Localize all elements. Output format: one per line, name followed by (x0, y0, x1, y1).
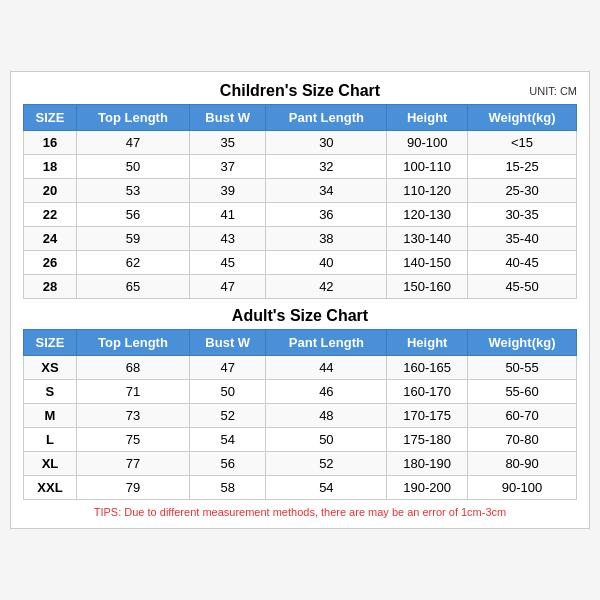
unit-label: UNIT: CM (529, 85, 577, 97)
table-row: M735248170-17560-70 (24, 404, 577, 428)
table-cell: 75 (76, 428, 189, 452)
table-cell: 160-170 (387, 380, 468, 404)
table-cell: 55-60 (468, 380, 577, 404)
table-cell: 26 (24, 251, 77, 275)
table-cell: 65 (76, 275, 189, 299)
table-cell: 54 (266, 476, 387, 500)
table-cell: 54 (190, 428, 266, 452)
table-cell: 46 (266, 380, 387, 404)
table-row: 18503732100-11015-25 (24, 155, 577, 179)
table-cell: L (24, 428, 77, 452)
tips-text: TIPS: Due to different measurement metho… (23, 506, 577, 518)
table-row: S715046160-17055-60 (24, 380, 577, 404)
table-cell: 190-200 (387, 476, 468, 500)
table-cell: 34 (266, 179, 387, 203)
table-row: L755450175-18070-80 (24, 428, 577, 452)
table-cell: 50-55 (468, 356, 577, 380)
table-cell: 80-90 (468, 452, 577, 476)
children-col-pantlength: Pant Length (266, 105, 387, 131)
table-cell: 53 (76, 179, 189, 203)
table-cell: 42 (266, 275, 387, 299)
table-cell: 62 (76, 251, 189, 275)
table-row: XS684744160-16550-55 (24, 356, 577, 380)
table-cell: M (24, 404, 77, 428)
adult-header-row: SIZE Top Length Bust W Pant Length Heigh… (24, 330, 577, 356)
table-cell: 36 (266, 203, 387, 227)
table-cell: S (24, 380, 77, 404)
table-cell: 68 (76, 356, 189, 380)
adult-col-size: SIZE (24, 330, 77, 356)
table-cell: 110-120 (387, 179, 468, 203)
table-cell: <15 (468, 131, 577, 155)
table-cell: 180-190 (387, 452, 468, 476)
table-row: 28654742150-16045-50 (24, 275, 577, 299)
adult-col-toplength: Top Length (76, 330, 189, 356)
table-cell: 52 (190, 404, 266, 428)
table-cell: 45 (190, 251, 266, 275)
table-cell: 20 (24, 179, 77, 203)
table-row: 22564136120-13030-35 (24, 203, 577, 227)
table-cell: 47 (76, 131, 189, 155)
table-cell: 38 (266, 227, 387, 251)
table-cell: 90-100 (468, 476, 577, 500)
table-cell: 79 (76, 476, 189, 500)
table-row: 24594338130-14035-40 (24, 227, 577, 251)
table-cell: 22 (24, 203, 77, 227)
table-cell: 90-100 (387, 131, 468, 155)
table-cell: 39 (190, 179, 266, 203)
table-cell: 24 (24, 227, 77, 251)
table-cell: 37 (190, 155, 266, 179)
table-cell: 40-45 (468, 251, 577, 275)
table-cell: 170-175 (387, 404, 468, 428)
adult-col-bustw: Bust W (190, 330, 266, 356)
children-title-row: Children's Size Chart UNIT: CM (23, 82, 577, 100)
table-cell: 16 (24, 131, 77, 155)
table-cell: 44 (266, 356, 387, 380)
adult-table: SIZE Top Length Bust W Pant Length Heigh… (23, 329, 577, 500)
table-cell: XS (24, 356, 77, 380)
table-row: 1647353090-100<15 (24, 131, 577, 155)
children-col-toplength: Top Length (76, 105, 189, 131)
table-cell: 70-80 (468, 428, 577, 452)
table-cell: 35 (190, 131, 266, 155)
table-cell: XXL (24, 476, 77, 500)
table-cell: 43 (190, 227, 266, 251)
table-cell: 32 (266, 155, 387, 179)
table-cell: 56 (76, 203, 189, 227)
table-cell: 56 (190, 452, 266, 476)
table-cell: 30 (266, 131, 387, 155)
children-col-height: Height (387, 105, 468, 131)
table-cell: 140-150 (387, 251, 468, 275)
table-cell: 52 (266, 452, 387, 476)
table-cell: 59 (76, 227, 189, 251)
table-cell: 15-25 (468, 155, 577, 179)
children-table: SIZE Top Length Bust W Pant Length Heigh… (23, 104, 577, 299)
children-col-weight: Weight(kg) (468, 105, 577, 131)
table-cell: 50 (266, 428, 387, 452)
table-cell: 50 (190, 380, 266, 404)
table-row: 20533934110-12025-30 (24, 179, 577, 203)
children-header-row: SIZE Top Length Bust W Pant Length Heigh… (24, 105, 577, 131)
children-col-size: SIZE (24, 105, 77, 131)
table-cell: 77 (76, 452, 189, 476)
table-cell: 100-110 (387, 155, 468, 179)
adult-col-height: Height (387, 330, 468, 356)
table-cell: 30-35 (468, 203, 577, 227)
table-cell: 41 (190, 203, 266, 227)
table-cell: 48 (266, 404, 387, 428)
chart-container: Children's Size Chart UNIT: CM SIZE Top … (10, 71, 590, 529)
adult-col-pantlength: Pant Length (266, 330, 387, 356)
table-cell: 60-70 (468, 404, 577, 428)
table-cell: 47 (190, 356, 266, 380)
adult-title-row: Adult's Size Chart (23, 307, 577, 325)
table-cell: 25-30 (468, 179, 577, 203)
table-cell: 28 (24, 275, 77, 299)
table-cell: 47 (190, 275, 266, 299)
adult-col-weight: Weight(kg) (468, 330, 577, 356)
adult-title: Adult's Size Chart (232, 307, 368, 325)
table-cell: 40 (266, 251, 387, 275)
adult-tbody: XS684744160-16550-55S715046160-17055-60M… (24, 356, 577, 500)
children-title: Children's Size Chart (220, 82, 380, 100)
table-cell: 58 (190, 476, 266, 500)
children-tbody: 1647353090-100<1518503732100-11015-25205… (24, 131, 577, 299)
